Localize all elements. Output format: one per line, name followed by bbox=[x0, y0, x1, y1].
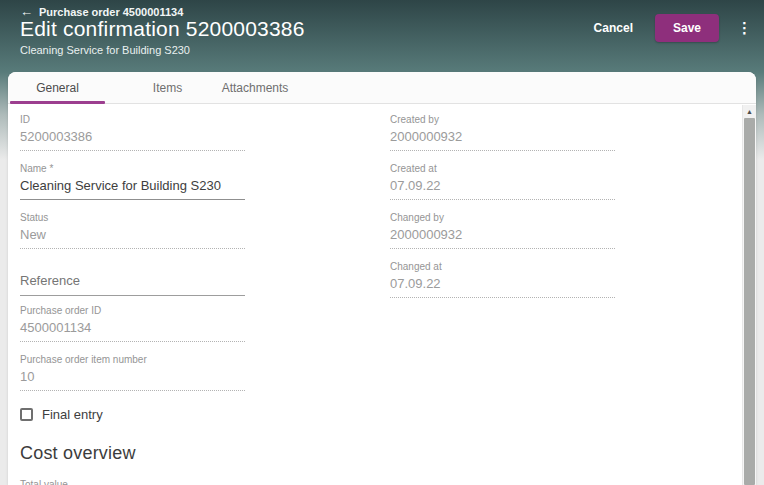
header-actions: Cancel Save ⋮ bbox=[586, 14, 756, 41]
scroll-up-arrow-icon[interactable]: ▲ bbox=[743, 105, 756, 118]
field-changed-at-value: 07.09.22 bbox=[390, 274, 615, 297]
field-total-value: Total value 0,00 € bbox=[20, 478, 245, 485]
field-total-value-label: Total value bbox=[20, 478, 245, 485]
field-changed-by-label: Changed by bbox=[390, 211, 615, 225]
tab-bar: General Items Attachments bbox=[8, 72, 756, 104]
back-label: Purchase order 4500001134 bbox=[39, 6, 183, 18]
field-name-label: Name * bbox=[20, 162, 245, 176]
form-right-column: Created by 2000000932 Created at 07.09.2… bbox=[390, 113, 615, 485]
selected-tab-indicator bbox=[10, 101, 105, 104]
field-purchase-order-item-number: Purchase order item number 10 bbox=[20, 353, 245, 391]
vertical-scrollbar[interactable]: ▲ bbox=[742, 105, 756, 485]
final-entry-row[interactable]: Final entry bbox=[20, 407, 245, 422]
field-reference bbox=[20, 266, 245, 296]
save-button[interactable]: Save bbox=[655, 14, 719, 42]
cancel-button[interactable]: Cancel bbox=[586, 15, 641, 41]
field-reference-input[interactable] bbox=[20, 266, 245, 295]
final-entry-checkbox[interactable] bbox=[20, 408, 33, 421]
field-purchase-order-item-number-value: 10 bbox=[20, 367, 245, 390]
final-entry-label: Final entry bbox=[42, 407, 103, 422]
field-status-label: Status bbox=[20, 211, 245, 225]
app-header: ← Purchase order 4500001134 Edit confirm… bbox=[0, 0, 764, 72]
field-status: Status New bbox=[20, 211, 245, 249]
field-created-by-label: Created by bbox=[390, 113, 615, 127]
field-purchase-order-id: Purchase order ID 4500001134 bbox=[20, 304, 245, 342]
field-created-at-value: 07.09.22 bbox=[390, 176, 615, 199]
field-id: ID 5200003386 bbox=[20, 113, 245, 151]
field-id-label: ID bbox=[20, 113, 245, 127]
content-card: General Items Attachments ID 5200003386 … bbox=[8, 72, 756, 485]
field-name: Name * bbox=[20, 162, 245, 200]
field-changed-by: Changed by 2000000932 bbox=[390, 211, 615, 249]
field-changed-at-label: Changed at bbox=[390, 260, 615, 274]
field-created-at-label: Created at bbox=[390, 162, 615, 176]
field-purchase-order-id-label: Purchase order ID bbox=[20, 304, 245, 318]
field-created-at: Created at 07.09.22 bbox=[390, 162, 615, 200]
tab-general[interactable]: General bbox=[10, 72, 105, 104]
tab-general-label: General bbox=[36, 81, 79, 95]
field-purchase-order-id-value: 4500001134 bbox=[20, 318, 245, 341]
field-purchase-order-item-number-label: Purchase order item number bbox=[20, 353, 245, 367]
tab-attachments[interactable]: Attachments bbox=[190, 72, 320, 104]
cost-overview-heading: Cost overview bbox=[20, 443, 245, 464]
page-subtitle: Cleaning Service for Building S230 bbox=[20, 44, 190, 56]
tab-attachments-label: Attachments bbox=[222, 81, 289, 95]
field-status-value: New bbox=[20, 225, 245, 248]
field-created-by-value: 2000000932 bbox=[390, 127, 615, 150]
page-title: Edit confirmation 5200003386 bbox=[20, 17, 305, 41]
tab-items-label: Items bbox=[153, 81, 182, 95]
scrollbar-thumb[interactable] bbox=[744, 118, 755, 485]
overflow-menu-icon[interactable]: ⋮ bbox=[733, 18, 756, 37]
field-changed-at: Changed at 07.09.22 bbox=[390, 260, 615, 298]
form-left-column: ID 5200003386 Name * Status New Purchase… bbox=[20, 113, 245, 485]
general-tab-content: ID 5200003386 Name * Status New Purchase… bbox=[8, 105, 742, 485]
field-changed-by-value: 2000000932 bbox=[390, 225, 615, 248]
field-id-value: 5200003386 bbox=[20, 127, 245, 150]
field-name-input[interactable] bbox=[20, 176, 245, 199]
field-created-by: Created by 2000000932 bbox=[390, 113, 615, 151]
